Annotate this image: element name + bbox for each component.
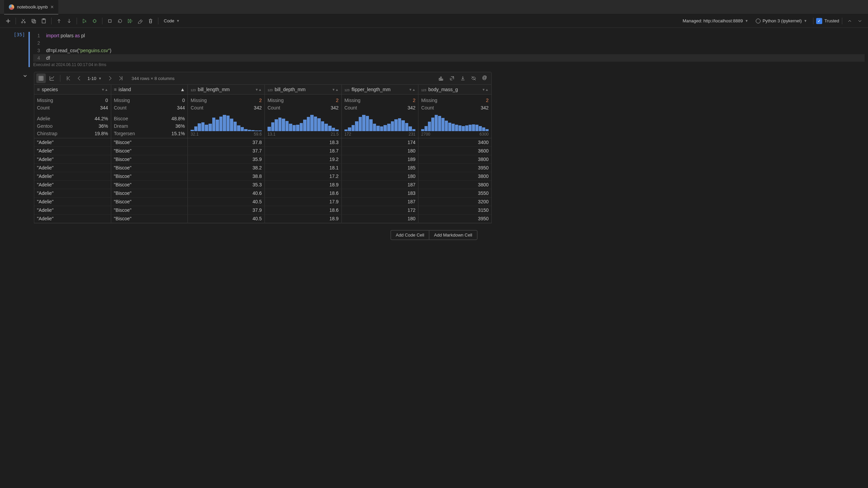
page-range[interactable]: 1-10 ▼ [85, 76, 104, 81]
cell-type-label: Code [164, 18, 174, 23]
server-info[interactable]: Managed: http://localhost:8889 ▼ [679, 18, 752, 23]
dataframe-output: 1-10 ▼ 344 rows × 8 columns @ ≡ species … [34, 72, 492, 223]
check-icon: ✓ [816, 18, 822, 24]
histogram-bill_depth_mm [268, 115, 339, 131]
svg-rect-10 [440, 77, 441, 80]
notebook-tab[interactable]: noteboolk.ipynb × [4, 0, 58, 14]
download-button[interactable] [458, 74, 468, 83]
column-header-body_mass_g[interactable]: 123 body_mass_g ▼▲ [418, 85, 491, 94]
execution-count: [35] [0, 32, 25, 37]
collapse-output-button[interactable] [20, 73, 30, 79]
histogram-bill_length_mm [191, 115, 262, 131]
first-page-button[interactable] [64, 74, 73, 83]
tab-filename: noteboolk.ipynb [17, 4, 48, 9]
hide-button[interactable] [469, 74, 478, 83]
stats-button[interactable] [436, 74, 446, 83]
table-row[interactable]: "Adelie""Biscoe"35.919.21893800 [34, 155, 491, 164]
chevron-down-icon: ▼ [98, 77, 102, 80]
column-header-bill_depth_mm[interactable]: 123 bill_depth_mm ▼▲ [265, 85, 341, 94]
column-header-flipper_length_mm[interactable]: 123 flipper_length_mm ▼▲ [342, 85, 418, 94]
chevron-down-icon: ▼ [804, 19, 807, 23]
chart-view-button[interactable] [47, 74, 57, 83]
kernel-status-icon [756, 19, 761, 23]
table-row[interactable]: "Adelie""Biscoe"40.517.91873200 [34, 198, 491, 206]
svg-rect-3 [33, 20, 36, 23]
move-up-button[interactable] [54, 16, 64, 26]
paste-button[interactable] [39, 16, 48, 26]
table-row[interactable]: "Adelie""Biscoe"40.518.91803950 [34, 215, 491, 223]
tab-bar: noteboolk.ipynb × [0, 0, 868, 14]
collapse-all-button[interactable] [845, 16, 854, 26]
svg-point-1 [24, 22, 25, 23]
popout-button[interactable] [447, 74, 457, 83]
column-header-bill_length_mm[interactable]: 123 bill_length_mm ▼▲ [188, 85, 264, 94]
cell-type-dropdown[interactable]: Code ▼ [161, 18, 182, 23]
cut-button[interactable] [19, 16, 28, 26]
add-markdown-cell-button[interactable]: Add Markdown Cell [429, 230, 477, 240]
move-down-button[interactable] [64, 16, 74, 26]
trusted-indicator[interactable]: ✓ Trusted [816, 18, 839, 24]
svg-rect-7 [108, 20, 111, 22]
table-row[interactable]: "Adelie""Biscoe"37.818.31743400 [34, 138, 491, 147]
clear-output-button[interactable] [136, 16, 145, 26]
copy-button[interactable] [29, 16, 38, 26]
jupyter-icon [9, 4, 14, 10]
svg-rect-2 [32, 19, 35, 22]
chevron-down-icon: ▼ [176, 19, 180, 23]
interrupt-button[interactable] [105, 16, 115, 26]
svg-rect-9 [439, 78, 440, 80]
svg-text:@: @ [482, 76, 487, 80]
expand-all-button[interactable] [855, 16, 865, 26]
svg-rect-8 [39, 76, 43, 80]
kernel-info[interactable]: Python 3 (ipykernel) ▼ [752, 18, 811, 23]
add-cell-buttons: Add Code Cell Add Markdown Cell [0, 230, 868, 240]
next-page-button[interactable] [105, 74, 115, 83]
close-icon[interactable]: × [51, 4, 54, 10]
notebook-toolbar: Code ▼ Managed: http://localhost:8889 ▼ … [0, 14, 868, 28]
histogram-body_mass_g [421, 115, 489, 131]
run-all-button[interactable] [125, 16, 135, 26]
table-row[interactable]: "Adelie""Biscoe"38.817.21803800 [34, 172, 491, 181]
add-code-cell-button[interactable]: Add Code Cell [391, 230, 429, 240]
prev-page-button[interactable] [75, 74, 84, 83]
histogram-flipper_length_mm [344, 115, 416, 131]
table-row[interactable]: "Adelie""Biscoe"37.718.71803600 [34, 147, 491, 155]
restart-button[interactable] [115, 16, 125, 26]
table-row[interactable]: "Adelie""Biscoe"40.618.61833550 [34, 189, 491, 198]
svg-point-0 [21, 22, 23, 23]
table-row[interactable]: "Adelie""Biscoe"37.918.61723150 [34, 206, 491, 215]
debug-button[interactable] [90, 16, 99, 26]
column-header-species[interactable]: ≡ species ▼▲ [34, 85, 111, 94]
table-row[interactable]: "Adelie""Biscoe"35.318.91873800 [34, 181, 491, 189]
shape-info: 344 rows × 8 columns [132, 76, 175, 81]
settings-button[interactable]: @ [480, 74, 489, 83]
chevron-down-icon: ▼ [745, 19, 748, 23]
svg-rect-11 [442, 79, 443, 80]
table-view-button[interactable] [36, 74, 46, 83]
delete-button[interactable] [146, 16, 155, 26]
last-page-button[interactable] [116, 74, 125, 83]
table-row[interactable]: "Adelie""Biscoe"38.218.11853950 [34, 164, 491, 172]
add-cell-button[interactable] [3, 16, 13, 26]
run-button[interactable] [80, 16, 89, 26]
column-header-island[interactable]: ≡ island ▲ [111, 85, 188, 94]
svg-point-6 [93, 20, 96, 22]
code-cell[interactable]: [35] 1import polars as pl23df=pl.read_cs… [0, 32, 868, 67]
